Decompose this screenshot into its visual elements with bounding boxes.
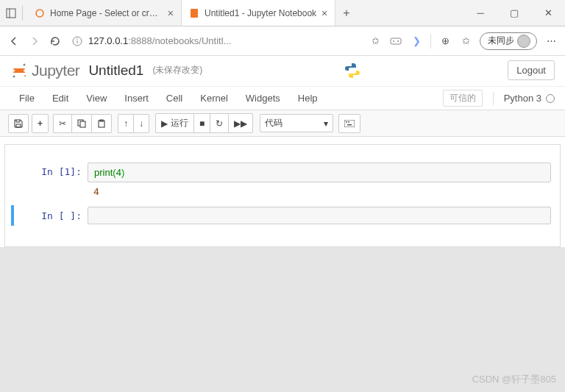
watermark: CSDN @轩子墨805 bbox=[472, 373, 556, 386]
run-button[interactable]: ▶运行 bbox=[155, 113, 193, 133]
info-icon bbox=[72, 36, 82, 46]
browser-toolbar: 127.0.0.1:8888/notebooks/Untitl... ✩ ❯ ⊕… bbox=[0, 26, 565, 56]
paste-button[interactable] bbox=[91, 114, 112, 133]
notebook-cells: In [1]: print(4) 4 In [ ]: bbox=[4, 144, 561, 247]
favorite-icon[interactable]: ✩ bbox=[369, 35, 382, 48]
menu-view[interactable]: View bbox=[77, 90, 116, 107]
cut-button[interactable]: ✂ bbox=[53, 114, 71, 133]
kernel-status-icon bbox=[546, 94, 555, 103]
sync-pill[interactable]: 未同步 bbox=[480, 32, 537, 50]
svg-rect-14 bbox=[80, 121, 85, 127]
svg-rect-17 bbox=[344, 120, 355, 127]
menu-cell[interactable]: Cell bbox=[157, 90, 191, 107]
svg-point-10 bbox=[24, 63, 26, 65]
refresh-button[interactable] bbox=[49, 35, 62, 48]
minimize-button[interactable]: ─ bbox=[463, 0, 497, 26]
command-palette-button[interactable] bbox=[338, 114, 360, 133]
notebook-header: Jupyter Untitled1 (未保存改变) Logout bbox=[0, 56, 565, 86]
avatar bbox=[517, 35, 530, 48]
svg-rect-20 bbox=[347, 124, 352, 126]
cell-prompt: In [ ]: bbox=[14, 207, 88, 224]
svg-point-2 bbox=[36, 10, 43, 17]
favorites-icon[interactable]: ✩ bbox=[459, 35, 472, 48]
code-cell[interactable]: In [1]: print(4) 4 bbox=[14, 161, 551, 202]
svg-rect-18 bbox=[346, 121, 347, 123]
browser-tab[interactable]: Home Page - Select or create a n × bbox=[27, 0, 182, 26]
more-icon[interactable]: ⋯ bbox=[544, 35, 558, 48]
restart-button[interactable]: ↻ bbox=[210, 113, 228, 133]
save-button[interactable] bbox=[8, 114, 29, 133]
menu-help[interactable]: Help bbox=[289, 90, 327, 107]
svg-rect-3 bbox=[191, 9, 198, 18]
menu-widgets[interactable]: Widgets bbox=[237, 90, 289, 107]
menu-edit[interactable]: Edit bbox=[43, 90, 77, 107]
address-bar[interactable]: 127.0.0.1:8888/notebooks/Untitl... bbox=[69, 35, 361, 46]
svg-rect-7 bbox=[391, 38, 401, 44]
save-status: (未保存改变) bbox=[152, 64, 202, 76]
logout-button[interactable]: Logout bbox=[508, 60, 555, 80]
copy-button[interactable] bbox=[71, 114, 91, 133]
notebook-favicon-icon bbox=[189, 8, 199, 18]
new-tab-button[interactable]: + bbox=[335, 0, 357, 26]
celltype-select[interactable]: 代码▾ bbox=[260, 114, 333, 132]
forward-button bbox=[28, 35, 41, 48]
tab-title: Home Page - Select or create a n bbox=[50, 8, 163, 18]
svg-rect-0 bbox=[7, 9, 15, 18]
jupyter-logo[interactable]: Jupyter bbox=[10, 62, 79, 79]
svg-point-8 bbox=[393, 40, 394, 42]
move-down-button[interactable]: ↓ bbox=[133, 114, 149, 133]
menubar: File Edit View Insert Cell Kernel Widget… bbox=[0, 86, 565, 110]
back-button[interactable] bbox=[7, 35, 21, 48]
notebook-app: Jupyter Untitled1 (未保存改变) Logout File Ed… bbox=[0, 56, 565, 247]
close-icon[interactable]: × bbox=[321, 7, 327, 19]
notebook-name[interactable]: Untitled1 bbox=[88, 63, 143, 79]
browser-tab[interactable]: Untitled1 - Jupyter Notebook × bbox=[182, 0, 335, 26]
jupyter-icon bbox=[10, 62, 28, 79]
collections-icon[interactable]: ⊕ bbox=[438, 35, 452, 48]
jupyter-favicon-icon bbox=[35, 8, 45, 18]
code-input[interactable] bbox=[88, 207, 551, 224]
stop-button[interactable]: ■ bbox=[193, 113, 210, 133]
svg-point-6 bbox=[77, 38, 78, 40]
maximize-button[interactable]: ▢ bbox=[497, 0, 531, 26]
tab-sidebar-icon[interactable] bbox=[4, 7, 18, 20]
close-icon[interactable]: × bbox=[168, 7, 174, 19]
bird-icon[interactable]: ❯ bbox=[410, 35, 423, 48]
move-up-button[interactable]: ↑ bbox=[118, 114, 133, 133]
svg-point-11 bbox=[13, 75, 15, 77]
svg-point-12 bbox=[24, 75, 26, 76]
code-cell[interactable]: In [ ]: bbox=[11, 205, 551, 226]
add-cell-button[interactable]: + bbox=[32, 114, 49, 133]
cell-prompt: In [1]: bbox=[14, 163, 88, 201]
close-button[interactable]: ✕ bbox=[531, 0, 565, 26]
extension-icon[interactable] bbox=[389, 35, 402, 48]
python-icon bbox=[344, 62, 361, 79]
cell-output: 4 bbox=[88, 182, 551, 201]
restart-run-button[interactable]: ▶▶ bbox=[228, 113, 253, 133]
svg-point-9 bbox=[397, 40, 399, 42]
svg-rect-19 bbox=[348, 121, 349, 123]
browser-titlebar: Home Page - Select or create a n × Untit… bbox=[0, 0, 565, 26]
menu-kernel[interactable]: Kernel bbox=[191, 90, 237, 107]
tab-title: Untitled1 - Jupyter Notebook bbox=[205, 8, 316, 18]
code-input[interactable]: print(4) bbox=[88, 163, 551, 182]
menu-insert[interactable]: Insert bbox=[116, 90, 157, 107]
menu-file[interactable]: File bbox=[10, 90, 43, 107]
kernel-indicator[interactable]: Python 3 bbox=[504, 93, 555, 104]
toolbar: + ✂ ↑ ↓ ▶运行 ■ ↻ ▶▶ 代码▾ bbox=[0, 110, 565, 137]
trusted-badge[interactable]: 可信的 bbox=[443, 90, 483, 107]
